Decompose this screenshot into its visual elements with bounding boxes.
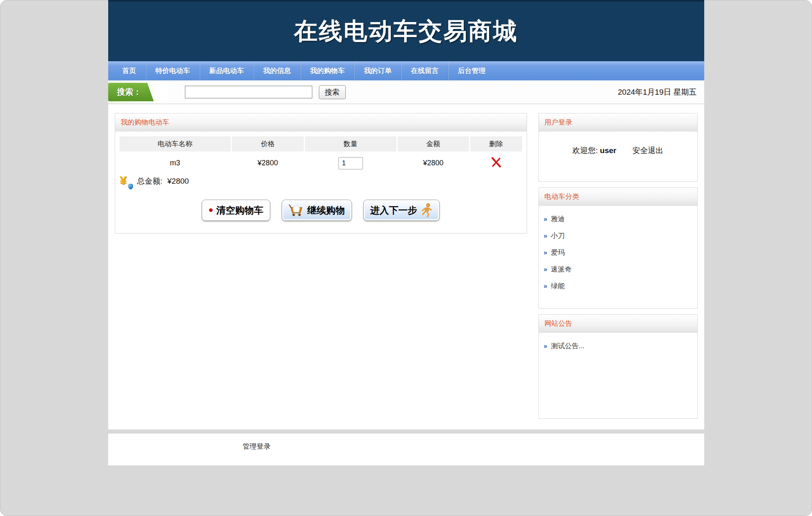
nav-item-my-info[interactable]: 我的信息 — [254, 61, 300, 80]
site-banner: 在线电动车交易商城 — [108, 0, 704, 61]
browser-page: 在线电动车交易商城 首页 特价电动车 新品电动车 我的信息 我的购物车 我的订单… — [0, 0, 812, 516]
double-arrow-icon: » — [544, 233, 547, 239]
running-man-icon — [420, 203, 433, 218]
main-content: 我的购物电动车 电动车名称 价格 数量 金额 — [108, 104, 704, 429]
cart-buttons-row: • 清空购物车 — [118, 193, 523, 225]
nav-item-messages[interactable]: 在线留言 — [401, 61, 448, 80]
search-badge-wrap: 搜索： — [108, 80, 169, 104]
notice-label: 测试公告... — [551, 341, 584, 351]
admin-login-link[interactable]: 管理登录 — [243, 443, 271, 450]
shopping-cart-icon — [289, 203, 304, 218]
category-item-xiaodao[interactable]: » 小刀 — [539, 227, 697, 244]
category-item-lvneng[interactable]: » 绿能 — [539, 278, 697, 294]
login-panel-title: 用户登录 — [539, 113, 697, 131]
cart-item-name: m3 — [120, 151, 231, 173]
nav-item-admin[interactable]: 后台管理 — [448, 61, 495, 80]
login-status: 欢迎您: user 安全退出 — [539, 131, 697, 181]
cart-body: 电动车名称 价格 数量 金额 删除 m3 ¥2800 — [115, 131, 527, 233]
category-label: 绿能 — [551, 281, 565, 291]
col-header-qty: 数量 — [305, 136, 396, 151]
notice-list: » 测试公告... — [539, 333, 697, 418]
clear-cart-button[interactable]: • 清空购物车 — [202, 200, 270, 221]
category-item-yadi[interactable]: » 雅迪 — [539, 211, 697, 227]
continue-shopping-button[interactable]: 继续购物 — [282, 200, 352, 221]
username: user — [600, 146, 616, 155]
current-date: 2024年1月19日 星期五 — [618, 87, 704, 98]
main-nav: 首页 特价电动车 新品电动车 我的信息 我的购物车 我的订单 在线留言 后台管理 — [108, 61, 704, 80]
next-step-button[interactable]: 进入下一步 — [363, 200, 440, 221]
total-row: ¥ 总金额: ¥2800 — [118, 173, 523, 193]
double-arrow-icon: » — [544, 266, 547, 273]
double-arrow-icon: » — [544, 283, 547, 289]
col-header-amount: 金额 — [398, 136, 469, 151]
welcome-label: 欢迎您: — [572, 146, 598, 155]
nav-item-new-products[interactable]: 新品电动车 — [200, 61, 254, 80]
double-arrow-icon: » — [544, 343, 547, 349]
search-input[interactable] — [185, 86, 312, 98]
footer: 管理登录 — [108, 434, 704, 465]
login-panel: 用户登录 欢迎您: user 安全退出 — [538, 113, 698, 182]
cart-header-row: 电动车名称 价格 数量 金额 删除 — [120, 136, 522, 151]
red-dot-icon: • — [209, 208, 213, 212]
search-button[interactable]: 搜索 — [319, 85, 346, 99]
total-label: 总金额: — [137, 176, 162, 187]
cart-row: m3 ¥2800 ¥2800 — [120, 151, 522, 173]
site-title: 在线电动车交易商城 — [294, 16, 518, 47]
notice-panel: 网站公告 » 测试公告... — [538, 314, 698, 419]
double-arrow-icon: » — [544, 216, 547, 222]
categories-panel-title: 电动车分类 — [539, 188, 697, 206]
col-header-delete: 删除 — [470, 136, 522, 151]
delete-item-icon[interactable] — [491, 157, 501, 167]
categories-panel: 电动车分类 » 雅迪 » 小刀 » 爱玛 — [538, 187, 698, 309]
cart-panel-title: 我的购物电动车 — [115, 113, 527, 131]
category-item-aima[interactable]: » 爱玛 — [539, 244, 697, 261]
content-column: 在线电动车交易商城 首页 特价电动车 新品电动车 我的信息 我的购物车 我的订单… — [108, 0, 704, 465]
category-label: 速派奇 — [551, 265, 572, 274]
cart-table: 电动车名称 价格 数量 金额 删除 m3 ¥2800 — [118, 136, 523, 173]
quantity-input[interactable] — [338, 157, 363, 169]
clear-cart-label: 清空购物车 — [216, 204, 263, 217]
category-label: 雅迪 — [551, 214, 565, 224]
category-item-supaiqi[interactable]: » 速派奇 — [539, 261, 697, 278]
nav-item-home[interactable]: 首页 — [113, 61, 146, 80]
col-header-price: 价格 — [232, 136, 303, 151]
logout-link[interactable]: 安全退出 — [632, 146, 663, 155]
yen-coin-icon: ¥ — [120, 174, 132, 188]
notice-panel-title: 网站公告 — [539, 315, 697, 333]
sidebar: 用户登录 欢迎您: user 安全退出 电动车分类 » 雅迪 — [538, 113, 698, 419]
search-bar: 搜索： 搜索 2024年1月19日 星期五 — [108, 80, 704, 104]
double-arrow-icon: » — [544, 249, 547, 256]
category-label: 小刀 — [551, 231, 565, 240]
next-step-label: 进入下一步 — [370, 204, 417, 217]
nav-item-special-offers[interactable]: 特价电动车 — [146, 61, 200, 80]
continue-shopping-label: 继续购物 — [307, 204, 345, 217]
category-label: 爱玛 — [551, 248, 565, 257]
nav-item-my-cart[interactable]: 我的购物车 — [300, 61, 354, 80]
col-header-name: 电动车名称 — [120, 136, 231, 151]
category-list: » 雅迪 » 小刀 » 爱玛 » 速派奇 — [539, 206, 697, 308]
cart-item-amount: ¥2800 — [398, 151, 469, 173]
notice-item[interactable]: » 测试公告... — [539, 338, 697, 354]
search-label: 搜索： — [108, 83, 154, 101]
cart-item-price: ¥2800 — [232, 151, 303, 173]
total-value: ¥2800 — [167, 177, 189, 186]
nav-item-my-orders[interactable]: 我的订单 — [354, 61, 401, 80]
cart-panel: 我的购物电动车 电动车名称 价格 数量 金额 — [115, 113, 527, 234]
